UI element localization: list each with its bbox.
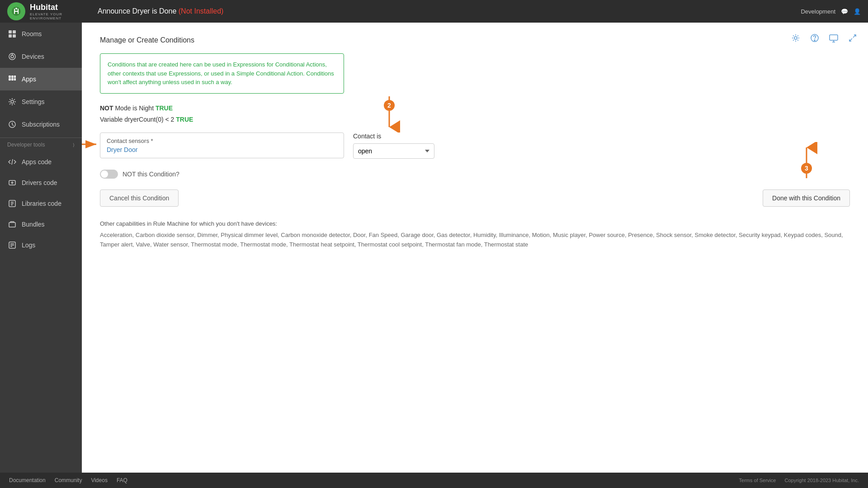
other-cap-list: Acceleration, Carbon dioxide sensor, Dim… xyxy=(100,231,850,250)
sidebar-item-rooms-label: Rooms xyxy=(22,30,42,38)
contact-sensors-value[interactable]: Dryer Door xyxy=(107,146,337,153)
main-content: Manage or Create Conditions Conditions t… xyxy=(82,23,868,473)
other-capabilities-section: Other capabilities in Rule Machine for w… xyxy=(100,220,850,250)
not-condition-toggle[interactable] xyxy=(100,170,118,179)
svg-point-30 xyxy=(794,37,797,39)
top-header: Hubitat ELEVATE YOUR ENVIRONMENT Announc… xyxy=(0,0,868,23)
svg-text:3: 3 xyxy=(805,165,808,172)
cancel-condition-button[interactable]: Cancel this Condition xyxy=(100,190,179,207)
sidebar-item-devices[interactable]: Devices xyxy=(0,45,82,68)
copyright-text: Copyright 2018-2023 Hubitat, Inc. xyxy=(785,478,859,483)
brand-text: Hubitat ELEVATE YOUR ENVIRONMENT xyxy=(30,3,89,20)
user-icon[interactable]: 👤 xyxy=(854,8,861,15)
environment-label: Development xyxy=(801,8,835,15)
svg-line-37 xyxy=(849,38,852,41)
footer-link-community[interactable]: Community xyxy=(55,477,82,483)
svg-point-7 xyxy=(11,55,14,58)
monitor-icon[interactable] xyxy=(827,32,840,44)
bundles-icon xyxy=(7,219,17,229)
done-condition-button[interactable]: Done with this Condition xyxy=(763,190,850,207)
contact-sensors-label: Contact sensors * xyxy=(107,137,337,144)
settings-icon xyxy=(7,97,17,107)
svg-rect-14 xyxy=(14,78,16,81)
layout: Rooms Devices Apps Settings Subscription… xyxy=(0,23,868,473)
up-arrow-annotation: 3 xyxy=(807,142,834,180)
buttons-row: Cancel this Condition 3 xyxy=(100,190,850,207)
help-icon[interactable] xyxy=(808,32,821,44)
footer-link-faq[interactable]: FAQ xyxy=(117,477,127,483)
not-installed-badge: (Not Installed) xyxy=(179,7,224,15)
svg-point-15 xyxy=(11,100,14,103)
footer-right: Terms of Service Copyright 2018-2023 Hub… xyxy=(739,478,859,483)
sidebar-item-drivers-code[interactable]: Drivers code xyxy=(0,172,82,193)
svg-rect-12 xyxy=(9,78,11,81)
contact-sensors-box: Contact sensors * Dryer Door xyxy=(100,133,344,158)
sidebar-item-devices-label: Devices xyxy=(22,53,44,60)
sidebar-item-bundles-label: Bundles xyxy=(22,221,45,228)
hubitat-logo-svg xyxy=(11,6,22,17)
down-arrow-annotation: 2 xyxy=(376,96,403,134)
libraries-icon xyxy=(7,199,17,208)
developer-tools-divider: Developer tools ⟩ xyxy=(0,137,82,152)
info-text: Conditions that are created here can be … xyxy=(108,61,334,85)
sidebar-item-apps-label: Apps xyxy=(22,76,36,83)
notification-icon[interactable]: 💬 xyxy=(841,8,848,15)
not-condition-label: NOT this Condition? xyxy=(123,171,179,178)
svg-rect-9 xyxy=(9,76,11,78)
sidebar-item-logs[interactable]: Logs xyxy=(0,235,82,256)
grid-icon xyxy=(7,29,17,39)
expand-icon[interactable] xyxy=(846,32,859,44)
hubitat-logo xyxy=(7,2,25,20)
not-condition-row: NOT this Condition? xyxy=(100,170,850,179)
device-icon xyxy=(7,52,17,62)
sidebar-item-rooms[interactable]: Rooms xyxy=(0,23,82,45)
svg-rect-5 xyxy=(13,34,16,38)
svg-text:2: 2 xyxy=(387,102,391,109)
sidebar-item-libraries-code-label: Libraries code xyxy=(22,200,61,207)
bottom-footer: Documentation Community Videos FAQ Terms… xyxy=(0,473,868,488)
contact-is-section: 2 Contact is open closed xyxy=(353,133,434,159)
header-right: Development 💬 👤 xyxy=(801,8,861,15)
sidebar-item-libraries-code[interactable]: Libraries code xyxy=(0,193,82,214)
done-btn-wrapper: 3 Done with this Condition xyxy=(763,190,850,207)
svg-line-36 xyxy=(853,35,856,38)
condition-editor-row: Contact sensors * Dryer Door xyxy=(100,133,850,159)
svg-rect-4 xyxy=(9,34,12,38)
condition-line-2: Variable dryerCount(0) < 2 TRUE xyxy=(100,114,850,125)
svg-rect-13 xyxy=(11,78,14,81)
logo-area: Hubitat ELEVATE YOUR ENVIRONMENT xyxy=(7,2,89,20)
gear-icon[interactable] xyxy=(789,32,802,44)
contact-is-select[interactable]: open closed xyxy=(353,143,434,159)
sidebar-item-settings-label: Settings xyxy=(22,98,45,105)
svg-point-1 xyxy=(15,8,17,9)
subscriptions-icon xyxy=(7,119,17,129)
info-box: Conditions that are created here can be … xyxy=(100,53,344,94)
sidebar-item-settings[interactable]: Settings xyxy=(0,90,82,113)
terms-of-service-link[interactable]: Terms of Service xyxy=(739,478,776,483)
left-arrow-annotation xyxy=(82,136,100,154)
svg-rect-25 xyxy=(9,223,15,227)
brand-name: Hubitat xyxy=(30,3,89,12)
sidebar-item-subscriptions[interactable]: Subscriptions xyxy=(0,113,82,136)
top-icons xyxy=(789,32,859,44)
sidebar-item-drivers-code-label: Drivers code xyxy=(22,179,57,186)
developer-tools-label: Developer tools xyxy=(7,142,45,148)
sidebar-item-apps-code[interactable]: Apps code xyxy=(0,152,82,172)
svg-rect-33 xyxy=(830,35,838,40)
logs-icon xyxy=(7,240,17,250)
svg-line-17 xyxy=(12,159,13,165)
sidebar-item-subscriptions-label: Subscriptions xyxy=(22,121,60,128)
svg-rect-11 xyxy=(14,76,16,78)
expand-icon[interactable]: ⟩ xyxy=(73,142,75,147)
drivers-icon xyxy=(7,178,17,188)
sidebar-item-logs-label: Logs xyxy=(22,242,35,249)
page-heading: Manage or Create Conditions xyxy=(100,36,850,44)
footer-link-documentation[interactable]: Documentation xyxy=(9,477,46,483)
condition-line-1: NOT Mode is Night TRUE xyxy=(100,103,850,114)
sidebar: Rooms Devices Apps Settings Subscription… xyxy=(0,23,82,473)
footer-link-videos[interactable]: Videos xyxy=(91,477,107,483)
other-cap-title: Other capabilities in Rule Machine for w… xyxy=(100,220,850,227)
conditions-list: NOT Mode is Night TRUE Variable dryerCou… xyxy=(100,103,850,125)
sidebar-item-bundles[interactable]: Bundles xyxy=(0,214,82,235)
sidebar-item-apps[interactable]: Apps xyxy=(0,68,82,90)
